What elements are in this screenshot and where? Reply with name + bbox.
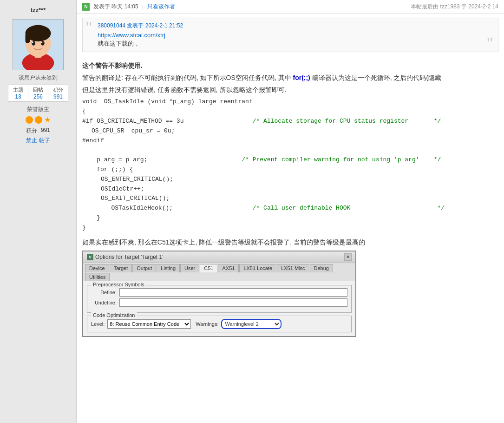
warnings-select[interactable]: Warninglevel 2 (221, 319, 281, 329)
username: tzz*** (31, 5, 46, 15)
quote-right-mark: " (486, 35, 493, 52)
svg-rect-5 (26, 33, 30, 43)
dialog-title-icon: V (87, 254, 93, 260)
code-line-cpusr: OS_CPU_SR cpu_sr = 0u; (92, 126, 498, 136)
sidebar: tzz*** (0, 0, 77, 423)
code-line-idlectr: OSIdleCtr++; (101, 185, 498, 194)
points-value: 991 (41, 127, 50, 135)
warnings-label: Warnings: (196, 321, 218, 327)
tab-ax51[interactable]: AX51 (218, 264, 239, 272)
undefine-input[interactable] (119, 298, 347, 307)
tab-target[interactable]: Target (110, 264, 132, 272)
code-line-close-for: } (82, 213, 498, 223)
code-line-func: void OS_TaskIdle (void *p_arg) large ree… (82, 97, 498, 107)
preprocessor-group: Preprocessor Symbols Define: Undefine: (87, 285, 352, 313)
tab-debug[interactable]: Debug (310, 264, 333, 272)
main-content: N 发表于 昨天 14:05 | 只看该作者 本帖最后由 tzz1983 于 2… (77, 0, 504, 423)
quote-url-link[interactable]: https://www.stcai.com/xtrj (98, 32, 483, 39)
post-separator: | (142, 3, 144, 10)
points-label: 积分 (26, 127, 37, 135)
sidebar-stats: 主题 13 回帖 256 积分 991 (8, 85, 68, 102)
define-input[interactable] (119, 288, 347, 297)
stat-points: 积分 991 (48, 85, 68, 101)
define-row: Define: (91, 288, 347, 297)
stat-points-label: 积分 (48, 86, 68, 93)
code-line-brace-open: { (82, 107, 498, 117)
code-line-ifdef: #if OS_CRITICAL_METHOD == 3u /* Allocate… (82, 117, 498, 126)
level-select[interactable]: 8: Reuse Common Entry Code (107, 319, 191, 329)
dialog-tabs: Device Target Output Listing User C51 AX… (83, 263, 355, 281)
tab-c51[interactable]: C51 (200, 264, 217, 272)
post-header: N 发表于 昨天 14:05 | 只看该作者 本帖最后由 tzz1983 于 2… (77, 0, 504, 14)
post-line-1: 这个警告不影响使用. (82, 60, 498, 72)
code-block: void OS_TaskIdle (void *p_arg) large ree… (82, 97, 498, 232)
post-icon: N (82, 3, 90, 11)
stat-topics: 主题 13 (8, 85, 28, 101)
svg-point-7 (41, 41, 45, 46)
post-body: 这个警告不影响使用. 警告的翻译是: 存在不可能执行到的代码, 如下所示OS空闲… (77, 56, 504, 345)
sidebar-status: 该用户从未签到 (19, 74, 58, 82)
level-section: Level: 8: Reuse Common Entry Code (91, 319, 191, 329)
code-line-for: for (;;) { (82, 165, 498, 175)
undefine-row: Undefine: (91, 298, 347, 307)
ban-posts-link[interactable]: 禁止 帖子 (26, 137, 50, 145)
quote-text: 就在这下载的， (98, 40, 140, 47)
code-line-parg: p_arg = p_arg; /* Prevent compiler warni… (82, 155, 498, 165)
avatar (13, 19, 64, 70)
stat-replies-label: 回帖 (28, 86, 48, 93)
warnings-section: Warnings: Warninglevel 2 (196, 319, 281, 329)
dialog-body: Preprocessor Symbols Define: Undefine: C… (83, 281, 355, 336)
code-line-close-func: } (82, 223, 498, 233)
stat-replies-value: 256 (28, 93, 48, 100)
code-optimization-group: Code Optimization Level: 8: Reuse Common… (87, 316, 352, 332)
dialog-bottom-row: Level: 8: Reuse Common Entry Code Warnin… (91, 319, 347, 329)
level-label: Level: (91, 321, 105, 327)
post-time: 发表于 昨天 14:05 (93, 3, 138, 11)
tab-output[interactable]: Output (132, 264, 156, 272)
tab-utilities[interactable]: Utilities (85, 273, 110, 281)
svg-point-9 (41, 42, 42, 43)
define-label: Define: (91, 290, 117, 295)
dialog-close-button[interactable]: ✕ (344, 253, 352, 261)
stat-points-value: 991 (48, 93, 68, 100)
quote-author-line: 380091044 发表于 2024-2-1 21:52 (98, 22, 483, 30)
quote-left-mark: " (85, 19, 92, 36)
medal-star: ★ (44, 115, 51, 124)
section-text: 如果实在感到不爽, 那么在C51选项卡上, 降低一级警告等级就不会报警了, 当前… (82, 238, 498, 247)
quote-author-link[interactable]: 380091044 发表于 2024-2-1 21:52 (98, 22, 183, 29)
undefine-label: Undefine: (91, 300, 117, 305)
quote-content: 380091044 发表于 2024-2-1 21:52 https://www… (88, 22, 492, 48)
code-line-blank1 (82, 145, 498, 155)
tab-lx51-misc[interactable]: LX51 Misc (277, 264, 309, 272)
sidebar-medals: ★ (26, 115, 51, 124)
preprocessor-group-title: Preprocessor Symbols (91, 282, 146, 287)
code-line-hook: OSTaskIdleHook(); /* Call user definable… (82, 204, 498, 213)
stat-topics-label: 主题 (8, 86, 28, 93)
code-optimization-title: Code Optimization (91, 312, 137, 318)
tab-user[interactable]: User (180, 264, 199, 272)
view-author-link[interactable]: 只看该作者 (147, 3, 175, 11)
svg-point-8 (32, 42, 33, 43)
last-edit-text: 本帖最后由 tzz1983 于 2024-2-2 14 (411, 3, 498, 11)
post-line-3: 但是这里并没有逻辑错误, 任务函数不需要返回, 所以忽略这个报警即可. (82, 85, 498, 96)
dialog-titlebar: V Options for Target 'Target 1' ✕ (83, 251, 355, 263)
code-line-enter: OS_ENTER_CRITICAL(); (101, 175, 498, 185)
quote-block: " " 380091044 发表于 2024-2-1 21:52 https:/… (82, 18, 498, 52)
medal-orange2 (35, 116, 42, 124)
tab-lx51-locate[interactable]: LX51 Locate (239, 264, 276, 272)
sidebar-role: 荣誉版主 (27, 106, 49, 113)
code-line-exit: OS_EXIT_CRITICAL(); (101, 194, 498, 204)
stat-replies: 回帖 256 (28, 85, 48, 101)
medal-orange (26, 116, 33, 124)
tab-listing[interactable]: Listing (157, 264, 180, 272)
code-line-endif: #endif (82, 136, 498, 146)
dialog-title-left: V Options for Target 'Target 1' (87, 254, 163, 260)
post-line-2: 警告的翻译是: 存在不可能执行到的代码, 如下所示OS空闲任务代码, 其中 fo… (82, 73, 498, 84)
stat-topics-value: 13 (8, 93, 28, 100)
svg-point-6 (32, 41, 35, 46)
dialog-screenshot: V Options for Target 'Target 1' ✕ Device… (82, 251, 356, 337)
tab-device[interactable]: Device (85, 264, 109, 272)
sidebar-points-row: 积分 991 (26, 127, 50, 135)
dialog-title-text: Options for Target 'Target 1' (95, 254, 163, 260)
